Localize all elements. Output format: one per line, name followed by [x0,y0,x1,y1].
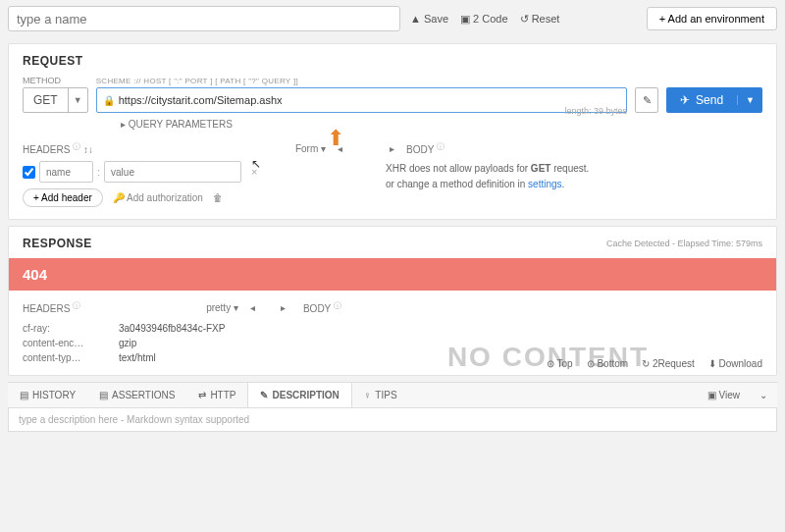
collapse-right-toggle[interactable]: ▸ [277,302,289,313]
response-body-label: BODY ⓘ [303,300,341,314]
save-button[interactable]: ▲ Save [410,13,448,26]
headers-form-select[interactable]: Form ▾ [295,143,326,154]
url-length-label: length: 39 bytes [565,106,628,116]
lock-icon: 🔒 [103,95,115,106]
description-input[interactable]: type a description here - Markdown synta… [8,408,777,432]
info-icon: ⓘ [73,142,80,151]
remove-header-button[interactable]: × [245,166,263,178]
top-button[interactable]: ⊙ Top [547,358,573,369]
bottom-tabs: ▤ HISTORY ▤ ASSERTIONS ⇄ HTTP ✎ DESCRIPT… [8,382,777,408]
expand-toggle[interactable]: ⌄ [750,390,777,400]
send-button[interactable]: ✈Send ▼ [666,87,762,113]
method-label: METHOD [23,76,88,85]
chevron-down-icon[interactable]: ▼ [737,95,762,105]
url-input[interactable] [119,94,620,106]
edit-url-button[interactable]: ✎ [635,87,658,113]
view-button[interactable]: ▣ View [698,390,750,400]
pencil-icon: ✎ [643,94,652,107]
tab-http[interactable]: ⇄ HTTP [186,383,247,407]
send-icon: ✈ [680,93,690,107]
response-actions: ⊙ Top ⊙ Bottom ↻ 2Request ⬇ Download [547,358,762,369]
body-message: XHR does not allow payloads for GET requ… [386,161,762,192]
trash-icon[interactable]: 🗑 [213,192,223,203]
query-parameters-toggle[interactable]: ▸ QUERY PARAMETERS [121,119,233,130]
url-input-wrapper[interactable]: 🔒 [96,87,627,113]
add-authorization-button[interactable]: 🔑 Add authorization [113,192,203,203]
url-scheme-hint: SCHEME :// HOST [ ":" PORT ] [ PATH [ "?… [96,77,627,85]
response-meta: Cache Detected - Elapsed Time: 579ms [606,239,762,248]
table-row: cf-ray:3a0493946fb8434c-FXP [23,321,762,336]
body-label: BODY ⓘ [406,141,445,155]
headers-label: HEADERS ⓘ ↕↓ [23,141,93,155]
add-environment-button[interactable]: + Add an environment [647,7,777,30]
status-code-bar: 404 [9,258,776,291]
response-title: RESPONSE [23,237,92,250]
header-name-input[interactable] [39,161,93,183]
info-icon: ⓘ [334,301,341,310]
response-headers-label: HEADERS ⓘ [23,300,80,314]
method-select[interactable]: GET ▼ [23,87,88,113]
table-row: content-enc…gzip [23,336,762,350]
chevron-down-icon[interactable]: ▼ [68,88,87,112]
header-value-input[interactable] [104,161,241,183]
code-button[interactable]: ▣ 2 Code [460,13,508,26]
add-header-button[interactable]: + Add header [23,188,103,207]
request-name-input[interactable] [8,6,400,31]
reset-button[interactable]: ↺ Reset [520,13,560,26]
header-enabled-checkbox[interactable] [23,166,35,179]
settings-link[interactable]: settings [528,179,561,189]
method-value: GET [24,88,68,112]
to-request-button[interactable]: ↻ 2Request [642,358,695,369]
download-button[interactable]: ⬇ Download [708,358,762,369]
tab-description[interactable]: ✎ DESCRIPTION [247,383,351,407]
tab-history[interactable]: ▤ HISTORY [8,383,87,407]
response-panel: RESPONSE Cache Detected - Elapsed Time: … [8,226,777,375]
collapse-left-toggle[interactable]: ◂ [246,302,259,313]
top-bar: ▲ Save ▣ 2 Code ↺ Reset + Add an environ… [0,0,785,37]
tab-tips[interactable]: ♀ TIPS [352,383,409,407]
top-actions: ▲ Save ▣ 2 Code ↺ Reset [410,13,559,26]
request-title: REQUEST [23,54,762,68]
info-icon: ⓘ [73,301,80,310]
info-icon: ⓘ [437,142,445,151]
collapse-left-toggle[interactable]: ◂ [334,143,346,154]
bottom-button[interactable]: ⊙ Bottom [587,358,628,369]
tab-assertions[interactable]: ▤ ASSERTIONS [87,383,186,407]
collapse-right-toggle[interactable]: ▸ [386,143,398,154]
pretty-select[interactable]: pretty ▾ [206,302,238,313]
request-panel: REQUEST METHOD GET ▼ SCHEME :// HOST [ "… [8,43,777,220]
